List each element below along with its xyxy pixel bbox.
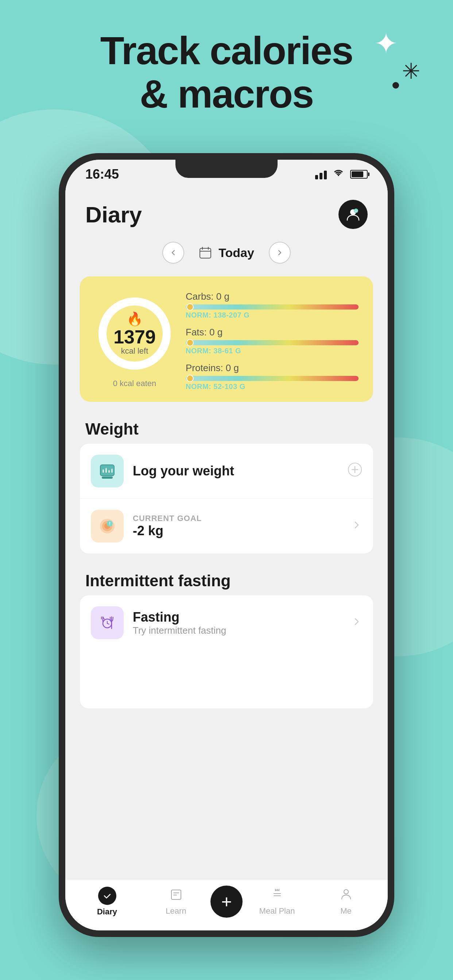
headline-text: Track calories & macros: [0, 29, 453, 116]
battery-icon: [350, 170, 368, 179]
nav-diary-label: Diary: [97, 907, 117, 916]
phone-screen: 16:45: [65, 160, 388, 931]
calorie-value: 1379: [113, 328, 156, 346]
diary-title: Diary: [85, 202, 142, 228]
calories-card: 🔥 1379 kcal left 0 kcal eaten Carbs: 0 g: [80, 276, 373, 402]
app-headline: Track calories & macros: [0, 29, 453, 116]
proteins-label: Proteins: 0 g: [186, 363, 359, 374]
current-date: Today: [199, 246, 254, 260]
fats-label: Fats: 0 g: [186, 327, 359, 338]
weight-card: Log your weight: [80, 444, 373, 554]
fasting-subtitle: Try intermittent fasting: [133, 625, 342, 636]
wifi-icon: [333, 169, 344, 180]
fats-macro: Fats: 0 g NORM: 38-61 G: [186, 327, 359, 355]
fats-bar: [186, 340, 359, 345]
carbs-macro: Carbs: 0 g NORM: 138-207 G: [186, 291, 359, 320]
learn-icon: [169, 887, 183, 904]
svg-point-1: [354, 208, 358, 213]
proteins-norm: NORM: 52-103 G: [186, 382, 359, 391]
current-goal-icon: !: [91, 510, 124, 542]
phone-notch: [175, 160, 278, 178]
svg-rect-14: [102, 477, 113, 479]
diary-check-icon: [98, 887, 116, 905]
status-icons: [315, 169, 368, 180]
status-time: 16:45: [85, 167, 119, 182]
carbs-bar: [186, 304, 359, 310]
profile-button[interactable]: [338, 200, 368, 229]
nav-me-label: Me: [340, 906, 352, 916]
add-button[interactable]: +: [211, 886, 242, 918]
fasting-icon: [91, 606, 124, 639]
fasting-title: Fasting: [133, 609, 342, 625]
nav-learn-label: Learn: [166, 906, 186, 916]
fasting-arrow[interactable]: [351, 615, 362, 630]
nav-item-me[interactable]: Me: [311, 887, 380, 916]
calorie-ring: 🔥 1379 kcal left: [94, 293, 175, 374]
nav-mealplan-label: Meal Plan: [259, 906, 295, 916]
add-weight-button[interactable]: [348, 462, 362, 480]
svg-line-29: [107, 624, 109, 624]
current-goal-row[interactable]: ! CURRENT GOAL -2 kg: [80, 498, 373, 554]
svg-text:!: !: [109, 521, 110, 526]
signal-icon: [315, 169, 327, 180]
fasting-row[interactable]: Fasting Try intermittent fasting: [80, 595, 373, 650]
me-icon: [339, 887, 353, 904]
diary-header: Diary: [65, 189, 388, 236]
date-navigation: Today: [65, 236, 388, 269]
app-content: Diary: [65, 189, 388, 719]
next-date-button[interactable]: [269, 242, 291, 264]
log-weight-row[interactable]: Log your weight: [80, 444, 373, 498]
nav-item-mealplan[interactable]: Meal Plan: [242, 887, 311, 916]
bottom-navigation: Diary Learn +: [65, 880, 388, 931]
calories-eaten: 0 kcal eaten: [113, 379, 156, 388]
log-weight-icon: [91, 455, 124, 487]
current-goal-value: -2 kg: [133, 523, 342, 538]
current-goal-arrow[interactable]: [351, 519, 362, 534]
prev-date-button[interactable]: [162, 242, 184, 264]
weight-section-title: Weight: [65, 413, 388, 444]
proteins-bar: [186, 376, 359, 381]
proteins-macro: Proteins: 0 g NORM: 52-103 G: [186, 363, 359, 391]
nav-item-diary[interactable]: Diary: [73, 887, 142, 916]
carbs-label: Carbs: 0 g: [186, 291, 359, 302]
phone-outer-shell: 16:45: [59, 153, 394, 937]
meal-plan-icon: [270, 887, 284, 904]
macros-container: Carbs: 0 g NORM: 138-207 G Fats: 0 g: [186, 291, 359, 391]
current-goal-label-small: CURRENT GOAL: [133, 514, 342, 523]
log-weight-label: Log your weight: [133, 463, 338, 479]
svg-rect-2: [200, 248, 211, 258]
nav-item-learn[interactable]: Learn: [142, 887, 211, 916]
calorie-unit: kcal left: [113, 346, 156, 356]
svg-point-38: [344, 889, 348, 894]
flame-icon: 🔥: [113, 311, 156, 327]
fasting-card: Fasting Try intermittent fasting: [80, 595, 373, 708]
fasting-section-title: Intermittent fasting: [65, 565, 388, 595]
fats-norm: NORM: 38-61 G: [186, 347, 359, 355]
phone-mockup: 16:45: [59, 153, 394, 937]
carbs-norm: NORM: 138-207 G: [186, 311, 359, 320]
